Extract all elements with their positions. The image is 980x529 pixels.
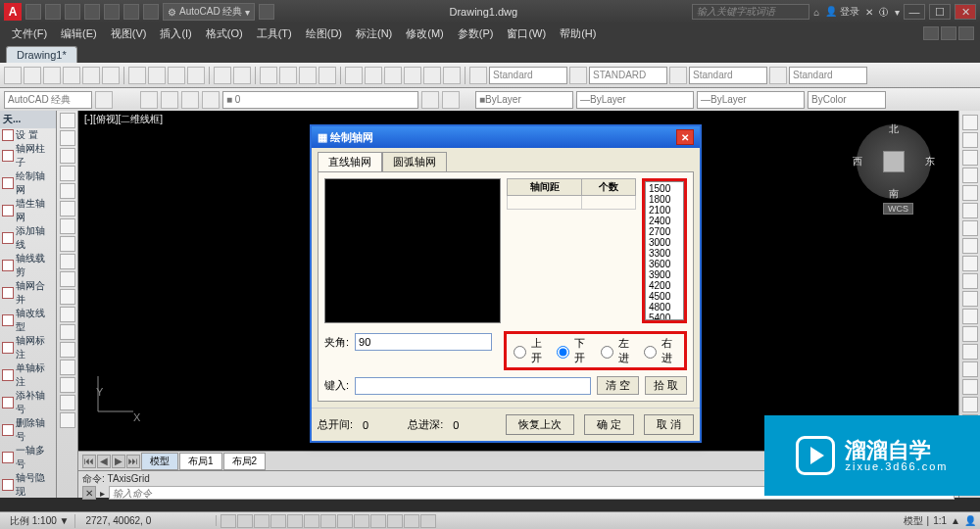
point-icon[interactable]	[60, 307, 75, 322]
join-icon[interactable]	[962, 326, 978, 342]
palette-item[interactable]: 一轴多号	[0, 444, 56, 471]
tb-copy-icon[interactable]	[148, 67, 166, 84]
qp-icon[interactable]	[387, 514, 403, 528]
doc-close[interactable]	[958, 26, 974, 40]
wcs-label[interactable]: WCS	[883, 203, 913, 215]
osnap-icon[interactable]	[287, 514, 303, 528]
menu-edit[interactable]: 编辑(E)	[55, 24, 103, 43]
help-icon[interactable]: 🛈	[879, 7, 889, 18]
palette-title[interactable]: 天...	[0, 111, 56, 128]
tab-straight-grid[interactable]: 直线轴网	[318, 152, 382, 171]
qat-more-icon[interactable]	[143, 4, 159, 20]
workspace-selector[interactable]: ⚙AutoCAD 经典▾	[163, 3, 255, 21]
menu-parametric[interactable]: 参数(P)	[452, 24, 500, 43]
tab-next-icon[interactable]: ▶	[112, 455, 125, 468]
radio-up[interactable]: 上开	[509, 336, 552, 365]
distance-option[interactable]: 2100	[647, 205, 682, 216]
tb-save-icon[interactable]	[43, 67, 61, 84]
file-tab-active[interactable]: Drawing1*	[6, 46, 77, 63]
viewcube[interactable]: 北 南 东 西	[857, 124, 931, 199]
am-icon[interactable]	[420, 514, 436, 528]
tablestyle-dd[interactable]: Standard	[689, 67, 767, 84]
polygon-icon[interactable]	[60, 201, 75, 216]
tb-pan-icon[interactable]	[260, 67, 277, 84]
qat-print-icon[interactable]	[123, 4, 139, 20]
qat-new-icon[interactable]	[25, 4, 41, 20]
dimstyle-dd[interactable]: STANDARD	[589, 67, 667, 84]
ws-settings-icon[interactable]	[95, 91, 113, 109]
layer-iso-icon[interactable]	[181, 91, 199, 109]
layer-state-icon[interactable]	[161, 91, 178, 109]
menu-format[interactable]: 格式(O)	[200, 24, 249, 43]
cmd-handle-icon[interactable]: ✕	[82, 486, 96, 500]
array-icon[interactable]	[962, 185, 978, 201]
distance-option[interactable]: 3900	[647, 269, 682, 280]
ducs-icon[interactable]	[320, 514, 336, 528]
text-icon[interactable]	[60, 324, 75, 340]
tab-layout2[interactable]: 布局2	[223, 453, 267, 470]
circle-icon[interactable]	[60, 148, 75, 164]
distance-option[interactable]: 3300	[647, 248, 682, 259]
tb-matchprop-icon[interactable]	[187, 67, 205, 84]
distance-option[interactable]: 4200	[647, 280, 682, 291]
radio-left[interactable]: 左进	[596, 336, 639, 365]
lwt-icon[interactable]	[354, 514, 369, 528]
plotstyle-dd[interactable]: ByColor	[808, 91, 886, 109]
lineweight-dd[interactable]: — ByLayer	[697, 91, 805, 109]
sc-icon[interactable]	[404, 514, 419, 528]
snap-icon[interactable]	[220, 514, 236, 528]
window-minimize[interactable]: —	[904, 4, 925, 20]
layer-make-icon[interactable]	[421, 91, 439, 109]
distance-option[interactable]: 3600	[647, 259, 682, 269]
palette-item[interactable]: 轴号隐现	[0, 471, 56, 498]
distance-option[interactable]: 2400	[647, 216, 682, 226]
menu-insert[interactable]: 插入(I)	[154, 24, 197, 43]
tb-zoomwin-icon[interactable]	[299, 67, 317, 84]
axis-table[interactable]: 轴间距个数	[507, 178, 636, 210]
tb-zoom-icon[interactable]	[279, 67, 297, 84]
infocenter-icon[interactable]: ⌂	[813, 7, 819, 18]
doc-minimize[interactable]	[923, 26, 939, 40]
palette-item[interactable]: 轴网柱子	[0, 142, 56, 169]
palette-item[interactable]: 删除轴号	[0, 416, 56, 444]
angle-input[interactable]	[355, 333, 492, 351]
palette-item[interactable]: 添加轴线	[0, 224, 56, 252]
palette-item[interactable]: 墙生轴网	[0, 197, 56, 224]
dialog-titlebar[interactable]: ▦ 绘制轴网 ✕	[312, 126, 700, 148]
login-button[interactable]: 登录	[840, 5, 859, 19]
mtext-icon[interactable]	[60, 342, 75, 358]
tb-print-icon[interactable]	[63, 67, 80, 84]
window-maximize[interactable]: ☐	[929, 4, 951, 20]
spline-icon[interactable]	[60, 236, 75, 252]
rect-icon[interactable]	[60, 183, 75, 199]
qat-save-icon[interactable]	[65, 4, 80, 20]
layer-mgr-icon[interactable]	[140, 91, 158, 109]
tb-tablestyle-icon[interactable]	[669, 67, 687, 84]
line-icon[interactable]	[60, 113, 75, 128]
mirror-icon[interactable]	[962, 150, 978, 166]
layer-current-dd[interactable]: ■ 0	[222, 91, 418, 109]
distance-option[interactable]: 4800	[647, 302, 682, 313]
qat-dropdown-icon[interactable]	[259, 4, 274, 20]
distance-option[interactable]: 1800	[647, 194, 682, 205]
restore-button[interactable]: 恢复上次	[506, 414, 574, 435]
tb-calc-icon[interactable]	[443, 67, 461, 84]
workspace-dd[interactable]: AutoCAD 经典	[4, 91, 92, 109]
ortho-icon[interactable]	[254, 514, 270, 528]
tb-style1-icon[interactable]	[469, 67, 487, 84]
exchange-icon[interactable]: ✕	[865, 7, 873, 18]
palette-item[interactable]: 绘制轴网	[0, 169, 56, 197]
viewport-label[interactable]: [-][俯视][二维线框]	[84, 113, 163, 126]
insert-icon[interactable]	[60, 377, 75, 393]
hatch-icon[interactable]	[60, 254, 75, 269]
search-input[interactable]: 输入关键字或词语	[692, 4, 809, 20]
tb-undo-icon[interactable]	[214, 67, 231, 84]
palette-item[interactable]: 轴网合并	[0, 279, 56, 307]
table-icon[interactable]	[60, 289, 75, 305]
keyin-input[interactable]	[355, 377, 591, 395]
tab-model[interactable]: 模型	[141, 453, 178, 470]
menu-modify[interactable]: 修改(M)	[400, 24, 450, 43]
dyn-icon[interactable]	[337, 514, 353, 528]
trim-icon[interactable]	[962, 273, 978, 289]
boundary-icon[interactable]	[60, 412, 75, 428]
